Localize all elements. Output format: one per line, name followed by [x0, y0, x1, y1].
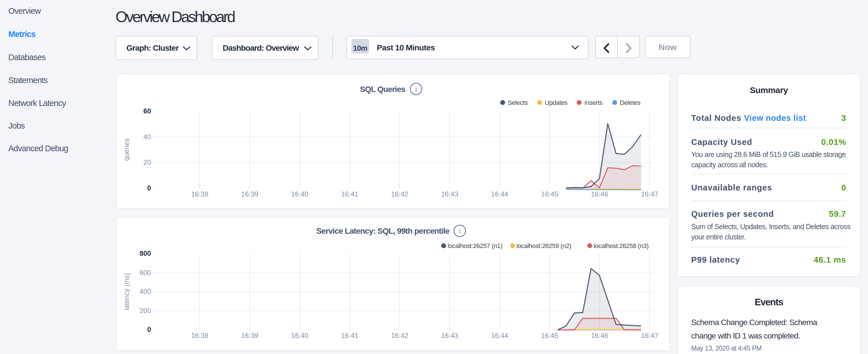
svg-text:localhost:26259 (n2): localhost:26259 (n2)	[517, 242, 571, 250]
svg-text:60: 60	[143, 107, 151, 115]
svg-text:localhost:26257 (n1): localhost:26257 (n1)	[447, 242, 502, 250]
svg-text:16:38: 16:38	[191, 190, 208, 198]
svg-text:0: 0	[147, 184, 151, 192]
svg-text:16:40: 16:40	[291, 190, 308, 198]
svg-text:16:43: 16:43	[441, 190, 458, 198]
svg-text:40: 40	[143, 133, 151, 141]
svg-text:400: 400	[140, 288, 151, 295]
svg-text:latency (ms): latency (ms)	[123, 273, 130, 311]
svg-text:800: 800	[140, 250, 151, 257]
svg-text:16:46: 16:46	[591, 332, 608, 340]
svg-text:16:44: 16:44	[491, 332, 508, 340]
svg-text:16:41: 16:41	[341, 190, 358, 198]
svg-text:Service Latency: SQL, 99th per: Service Latency: SQL, 99th percentile	[316, 227, 450, 235]
svg-text:16:41: 16:41	[341, 332, 358, 340]
svg-text:SQL Queries: SQL Queries	[360, 85, 405, 94]
svg-text:0: 0	[147, 326, 151, 333]
svg-text:16:40: 16:40	[291, 332, 308, 340]
svg-text:200: 200	[140, 307, 151, 315]
svg-text:600: 600	[140, 269, 151, 277]
svg-text:queries: queries	[123, 138, 130, 161]
svg-text:localhost:26258 (n3): localhost:26258 (n3)	[594, 242, 649, 250]
svg-text:16:39: 16:39	[241, 332, 258, 340]
svg-text:i: i	[415, 85, 417, 93]
svg-text:16:45: 16:45	[541, 190, 558, 198]
svg-text:16:47: 16:47	[641, 190, 658, 198]
svg-text:16:45: 16:45	[541, 332, 558, 340]
svg-text:20: 20	[143, 158, 151, 166]
svg-text:16:42: 16:42	[391, 190, 408, 198]
svg-text:Updates: Updates	[545, 99, 568, 106]
svg-text:Selects: Selects	[508, 99, 528, 106]
svg-text:i: i	[459, 227, 461, 234]
svg-text:16:38: 16:38	[191, 332, 208, 340]
svg-text:Inserts: Inserts	[584, 99, 602, 106]
svg-text:16:42: 16:42	[391, 332, 408, 340]
svg-text:16:44: 16:44	[491, 190, 508, 198]
svg-text:16:39: 16:39	[241, 190, 258, 198]
svg-text:16:43: 16:43	[441, 332, 458, 340]
svg-text:Deletes: Deletes	[620, 99, 641, 106]
svg-text:16:46: 16:46	[591, 190, 608, 198]
svg-text:16:47: 16:47	[641, 332, 658, 340]
